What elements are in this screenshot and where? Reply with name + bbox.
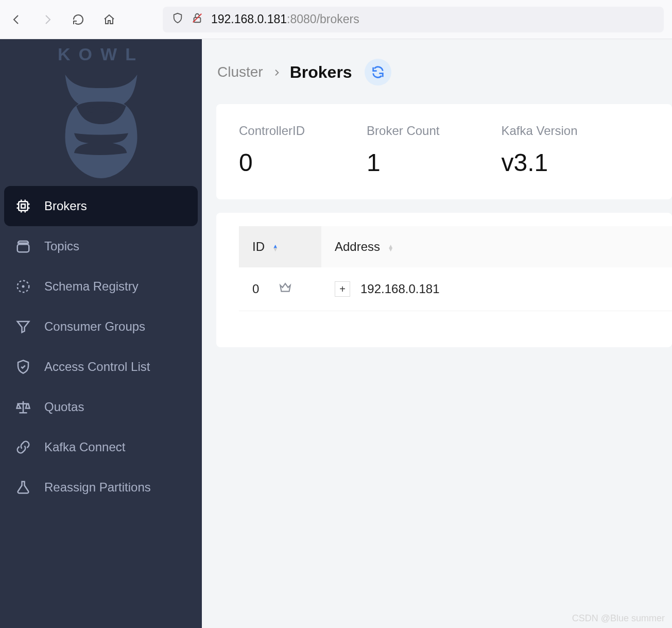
sidebar-item-label: Reassign Partitions (44, 480, 151, 495)
crown-icon (279, 281, 292, 297)
stat-label: Broker Count (367, 124, 439, 138)
sidebar-item-label: Brokers (44, 199, 87, 213)
stat-kafka-version: Kafka Version v3.1 (501, 124, 577, 177)
sidebar-item-topics[interactable]: Topics (4, 226, 198, 266)
funnel-icon (15, 319, 31, 334)
browser-toolbar: 192.168.0.181:8080/brokers (0, 0, 672, 39)
cpu-icon (15, 198, 31, 214)
brand-logo: KOWL (0, 44, 202, 186)
lock-insecure-icon (192, 12, 203, 27)
broker-address: 192.168.0.181 (360, 282, 439, 296)
stat-value: v3.1 (501, 148, 577, 177)
sort-icon: ▲▼ (388, 245, 394, 251)
chevron-right-icon (272, 64, 281, 80)
forward-button[interactable] (39, 11, 56, 28)
sidebar-item-schema-registry[interactable]: Schema Registry (4, 266, 198, 307)
svg-point-3 (107, 107, 115, 113)
column-header-label: ID (252, 240, 265, 253)
reload-button[interactable] (70, 11, 87, 28)
sidebar: KOWL Brokers Topics (0, 39, 202, 628)
shield-icon (172, 12, 183, 27)
sidebar-item-acl[interactable]: Access Control List (4, 347, 198, 387)
stat-label: Kafka Version (501, 124, 577, 138)
stat-value: 0 (239, 148, 305, 177)
expand-row-button[interactable]: + (335, 281, 350, 297)
stat-controller-id: ControllerID 0 (239, 124, 305, 177)
stat-value: 1 (367, 148, 439, 177)
scale-icon (15, 399, 31, 415)
refresh-button[interactable] (365, 59, 391, 86)
home-button[interactable] (101, 11, 117, 28)
column-header-label: Address (335, 240, 380, 253)
column-header-address[interactable]: Address ▲▼ (321, 226, 672, 267)
url-path: :8080/brokers (287, 12, 359, 26)
sidebar-item-brokers[interactable]: Brokers (4, 186, 198, 226)
back-button[interactable] (8, 11, 25, 28)
stat-label: ControllerID (239, 124, 305, 138)
url-text: 192.168.0.181:8080/brokers (211, 12, 359, 26)
sidebar-item-label: Consumer Groups (44, 319, 145, 334)
watermark: CSDN @Blue summer (572, 613, 665, 624)
url-host: 192.168.0.181 (211, 12, 287, 26)
stack-icon (15, 239, 31, 254)
sidebar-item-label: Kafka Connect (44, 440, 125, 454)
column-header-id[interactable]: ID ▲▼ (239, 226, 321, 267)
breadcrumb-parent[interactable]: Cluster (217, 64, 263, 80)
table-row[interactable]: 0 + 192.168.0.181 (239, 267, 672, 311)
brand-text: KOWL (58, 44, 144, 64)
svg-rect-6 (18, 244, 29, 252)
stat-broker-count: Broker Count 1 (367, 124, 439, 177)
brokers-table-card: ID ▲▼ Address ▲▼ 0 (216, 213, 672, 347)
url-bar[interactable]: 192.168.0.181:8080/brokers (163, 7, 664, 32)
flask-icon (15, 480, 31, 495)
shield-check-icon (15, 359, 31, 375)
sidebar-item-label: Topics (44, 239, 79, 253)
breadcrumb: Cluster Brokers (216, 59, 672, 86)
sort-icon: ▲▼ (272, 245, 279, 251)
registry-icon (15, 279, 31, 294)
sidebar-item-quotas[interactable]: Quotas (4, 387, 198, 427)
sidebar-item-reassign-partitions[interactable]: Reassign Partitions (4, 467, 198, 507)
main-content: Cluster Brokers ControllerID 0 Broker Co… (202, 39, 672, 628)
sidebar-item-label: Access Control List (44, 360, 150, 374)
stats-card: ControllerID 0 Broker Count 1 Kafka Vers… (216, 104, 672, 199)
svg-rect-5 (21, 204, 25, 208)
breadcrumb-current: Brokers (290, 63, 352, 82)
brokers-table: ID ▲▼ Address ▲▼ 0 (239, 226, 672, 311)
svg-rect-4 (19, 201, 28, 211)
sidebar-item-label: Schema Registry (44, 279, 139, 294)
sidebar-item-label: Quotas (44, 400, 84, 414)
link-icon (15, 439, 31, 455)
owl-icon (56, 67, 146, 181)
broker-id: 0 (252, 282, 259, 296)
sidebar-item-kafka-connect[interactable]: Kafka Connect (4, 427, 198, 467)
sidebar-item-consumer-groups[interactable]: Consumer Groups (4, 307, 198, 347)
svg-point-2 (87, 107, 95, 113)
svg-point-8 (22, 285, 25, 288)
